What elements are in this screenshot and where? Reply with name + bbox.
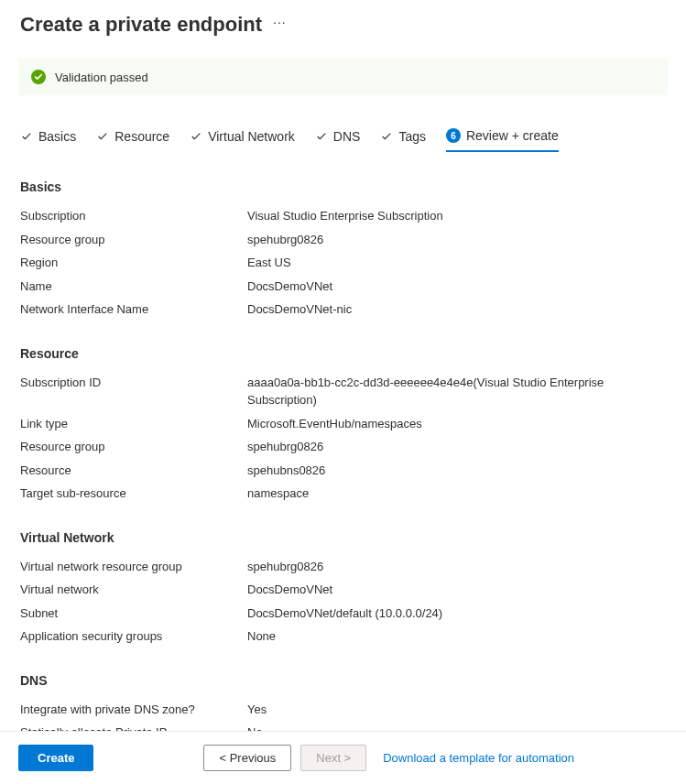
field-label: Application security groups — [20, 627, 247, 646]
section-title: DNS — [20, 673, 666, 688]
tab-label: Tags — [398, 129, 426, 144]
field-label: Resource group — [20, 438, 247, 456]
field-row: Resource group spehubrg0826 — [20, 438, 666, 456]
field-row: Link type Microsoft.EventHub/namespaces — [20, 415, 666, 433]
field-value: DocsDemoVNet-nic — [247, 300, 352, 319]
field-row: Name DocsDemoVNet — [20, 278, 666, 296]
field-row: Virtual network resource group spehubrg0… — [20, 558, 666, 576]
field-label: Link type — [20, 415, 247, 433]
checkmark-icon — [380, 130, 393, 143]
field-value: spehubrg0826 — [247, 558, 323, 576]
field-value: DocsDemoVNet/default (10.0.0.0/24) — [247, 604, 442, 623]
field-value: Yes — [247, 701, 267, 719]
section-title: Resource — [20, 346, 666, 361]
validation-message: Validation passed — [55, 71, 148, 84]
field-label: Resource — [20, 462, 247, 480]
field-label: Name — [20, 278, 247, 296]
section-resource: Resource Subscription ID aaaa0a0a-bb1b-c… — [20, 346, 666, 503]
field-value: DocsDemoVNet — [247, 278, 332, 296]
step-number-badge: 6 — [446, 128, 461, 143]
tab-review-create[interactable]: 6 Review + create — [446, 128, 559, 152]
field-row: Virtual network DocsDemoVNet — [20, 581, 666, 599]
tab-label: DNS — [333, 129, 361, 144]
checkmark-icon — [315, 130, 328, 143]
field-label: Subscription ID — [20, 374, 247, 409]
field-row: Subscription ID aaaa0a0a-bb1b-cc2c-dd3d-… — [20, 374, 666, 409]
field-row: Integrate with private DNS zone? Yes — [20, 701, 666, 719]
field-value: spehubrg0826 — [247, 438, 323, 456]
field-row: Subscription Visual Studio Enterprise Su… — [20, 207, 666, 225]
checkmark-icon — [96, 130, 109, 143]
tab-virtual-network[interactable]: Virtual Network — [190, 128, 295, 152]
review-content: Basics Subscription Visual Studio Enterp… — [0, 152, 686, 784]
wizard-footer: Create < Previous Next > Download a temp… — [0, 731, 686, 784]
tab-label: Resource — [114, 129, 169, 144]
field-row: Application security groups None — [20, 627, 666, 646]
tab-resource[interactable]: Resource — [96, 128, 169, 152]
field-label: Integrate with private DNS zone? — [20, 701, 247, 719]
tab-tags[interactable]: Tags — [380, 128, 426, 152]
field-row: Target sub-resource namespace — [20, 485, 666, 503]
checkmark-icon — [20, 130, 33, 143]
next-button: Next > — [300, 745, 366, 771]
field-row: Region East US — [20, 254, 666, 272]
tab-label: Virtual Network — [208, 129, 295, 144]
field-value: Visual Studio Enterprise Subscription — [247, 207, 443, 225]
tab-dns[interactable]: DNS — [315, 128, 361, 152]
field-label: Target sub-resource — [20, 485, 247, 503]
field-value: spehubns0826 — [247, 462, 325, 480]
field-value: None — [247, 627, 276, 646]
field-value: Microsoft.EventHub/namespaces — [247, 415, 422, 433]
field-value: namespace — [247, 485, 309, 503]
field-label: Virtual network — [20, 581, 247, 599]
section-basics: Basics Subscription Visual Studio Enterp… — [20, 180, 666, 319]
previous-button[interactable]: < Previous — [203, 745, 291, 771]
field-label: Virtual network resource group — [20, 558, 247, 576]
create-button[interactable]: Create — [18, 745, 93, 771]
wizard-tabs: Basics Resource Virtual Network DNS Tags… — [0, 128, 686, 152]
download-template-link[interactable]: Download a template for automation — [383, 751, 574, 765]
checkmark-icon — [190, 130, 202, 143]
field-label: Region — [20, 254, 247, 272]
field-row: Resource group spehubrg0826 — [20, 231, 666, 249]
field-label: Subnet — [20, 604, 247, 623]
field-label: Network Interface Name — [20, 300, 247, 319]
page-title: Create a private endpoint — [20, 13, 262, 37]
field-value: spehubrg0826 — [247, 231, 323, 249]
page-header: Create a private endpoint ··· — [0, 0, 686, 44]
field-row: Network Interface Name DocsDemoVNet-nic — [20, 300, 666, 319]
tab-basics[interactable]: Basics — [20, 128, 76, 152]
field-row: Resource spehubns0826 — [20, 462, 666, 480]
field-label: Resource group — [20, 231, 247, 249]
section-virtual-network: Virtual Network Virtual network resource… — [20, 530, 666, 646]
field-value: DocsDemoVNet — [247, 581, 332, 599]
field-value: East US — [247, 254, 291, 272]
tab-label: Review + create — [466, 128, 559, 143]
field-label: Subscription — [20, 207, 247, 225]
field-row: Subnet DocsDemoVNet/default (10.0.0.0/24… — [20, 604, 666, 623]
section-title: Virtual Network — [20, 530, 666, 545]
field-value: aaaa0a0a-bb1b-cc2c-dd3d-eeeeee4e4e4e(Vis… — [247, 374, 666, 409]
validation-banner: Validation passed — [18, 59, 668, 95]
success-icon — [31, 70, 46, 84]
tab-label: Basics — [38, 129, 76, 144]
more-icon[interactable]: ··· — [273, 15, 287, 35]
section-title: Basics — [20, 180, 666, 194]
